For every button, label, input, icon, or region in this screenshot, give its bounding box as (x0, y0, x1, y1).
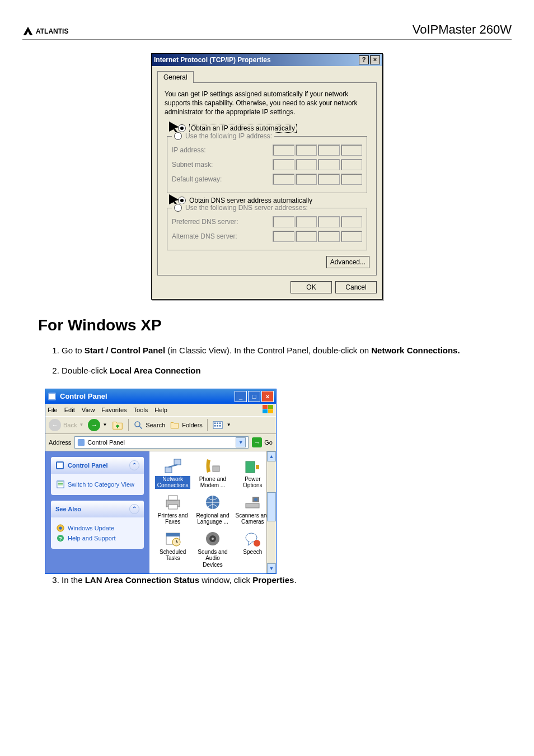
sidebar-help-support[interactable]: ?Help and Support (57, 534, 138, 542)
sidebar-heading: See Also (55, 506, 81, 512)
svg-rect-29 (168, 496, 177, 500)
icon-scheduled-tasks[interactable]: Scheduled Tasks (154, 529, 191, 570)
svg-rect-3 (268, 405, 273, 409)
svg-rect-5 (268, 409, 273, 413)
cancel-button[interactable]: Cancel (335, 281, 377, 293)
address-dropdown-icon[interactable]: ▼ (236, 437, 246, 447)
scheduled-icon (164, 530, 182, 548)
window-title: Control Panel (60, 392, 107, 400)
dialog-titlebar: Internet Protocol (TCP/IP) Properties ? … (152, 54, 382, 66)
svg-point-6 (135, 422, 140, 427)
views-button[interactable]: ▼ (212, 420, 231, 430)
scroll-down-icon[interactable]: ▼ (267, 563, 276, 573)
svg-rect-4 (263, 409, 268, 413)
svg-rect-10 (217, 422, 218, 424)
icon-sounds-audio[interactable]: Sounds and Audio Devices (194, 529, 231, 570)
default-gateway-field (273, 174, 362, 185)
search-button[interactable]: Search (133, 420, 165, 430)
menu-help[interactable]: Help (154, 407, 167, 413)
toolbar: ←Back▼ →▼ Search Folders ▼ (45, 416, 276, 434)
radio-use-ip-manual[interactable]: Use the following IP address: (185, 132, 272, 140)
tcpip-properties-dialog: Internet Protocol (TCP/IP) Properties ? … (151, 53, 383, 300)
step-3: In the LAN Area Connection Status window… (62, 574, 512, 587)
arrow-logo-icon (22, 26, 34, 37)
forward-arrow-icon: → (88, 419, 100, 431)
svg-rect-26 (246, 461, 255, 473)
back-button[interactable]: ←Back▼ (49, 419, 83, 431)
menu-bar: File Edit View Favorites Tools Help (45, 404, 276, 416)
icon-phone-modem[interactable]: Phone and Modem ... (194, 456, 231, 490)
icon-printers-faxes[interactable]: Printers and Faxes (154, 492, 191, 526)
scroll-up-icon[interactable]: ▲ (267, 451, 276, 461)
radio-obtain-ip-auto[interactable]: Obtain an IP address automatically (178, 124, 369, 133)
window-titlebar: Control Panel _ □ × (45, 389, 276, 404)
collapse-icon[interactable]: ⌃ (129, 504, 139, 514)
svg-line-7 (140, 426, 143, 429)
svg-rect-9 (214, 422, 216, 424)
sidebar-box-see-also: See Also ⌃ Windows Update ?Help and Supp… (51, 501, 144, 549)
icon-power-options[interactable]: Power Options (234, 456, 271, 490)
switch-view-icon (57, 480, 64, 488)
address-field[interactable]: Control Panel ▼ (74, 436, 249, 449)
icon-regional-language[interactable]: Regional and Language ... (194, 492, 231, 526)
svg-text:?: ? (59, 535, 62, 541)
sidebar-heading: Control Panel (68, 462, 108, 469)
close-button[interactable]: × (370, 55, 380, 64)
collapse-icon[interactable]: ⌃ (129, 460, 139, 470)
control-panel-window: Control Panel _ □ × File Edit View Favor… (45, 389, 277, 575)
go-arrow-icon: → (252, 437, 262, 447)
step-2: Double-click Local Area Connection (62, 365, 512, 377)
icon-network-connections[interactable]: Network Connections (154, 456, 191, 490)
search-icon (133, 420, 143, 430)
forward-button[interactable]: →▼ (88, 419, 107, 431)
minimize-button[interactable]: _ (235, 391, 247, 402)
maximize-button[interactable]: □ (248, 391, 260, 402)
panel-description: You can get IP settings assigned automat… (165, 90, 369, 117)
windows-flag-icon (263, 405, 274, 415)
scroll-thumb[interactable] (267, 492, 276, 521)
icon-speech[interactable]: Speech (234, 529, 271, 570)
icon-scanners-cameras[interactable]: Scanners and Cameras (234, 492, 271, 526)
advanced-button[interactable]: Advanced... (326, 256, 369, 268)
svg-rect-15 (78, 438, 85, 445)
menu-favorites[interactable]: Favorites (101, 407, 127, 413)
svg-point-40 (212, 538, 214, 540)
radio-obtain-dns-auto[interactable]: Obtain DNS server address automatically (178, 197, 369, 204)
preferred-dns-label: Preferred DNS server: (172, 218, 273, 226)
speaker-icon (204, 530, 222, 548)
go-button[interactable]: →Go (252, 437, 273, 447)
subnet-mask-field (273, 159, 362, 170)
default-gateway-label: Default gateway: (172, 175, 273, 183)
close-button[interactable]: × (261, 391, 274, 402)
help-icon: ? (57, 534, 64, 542)
svg-rect-32 (246, 503, 259, 508)
svg-rect-14 (219, 425, 221, 427)
svg-rect-25 (213, 466, 219, 472)
section-heading: For Windows XP (38, 316, 512, 334)
control-panel-icon (48, 392, 57, 401)
svg-rect-23 (165, 467, 172, 473)
phone-icon (204, 457, 222, 475)
radio-label: Obtain DNS server address automatically (189, 197, 312, 204)
help-button[interactable]: ? (359, 55, 369, 64)
svg-rect-27 (256, 465, 259, 469)
menu-tools[interactable]: Tools (134, 407, 148, 413)
subnet-mask-label: Subnet mask: (172, 161, 273, 169)
sidebar-switch-view[interactable]: Switch to Category View (57, 480, 138, 488)
scrollbar[interactable]: ▲ ▼ (266, 451, 276, 574)
tab-general[interactable]: General (157, 71, 194, 83)
product-title: VoIPMaster 260W (413, 22, 512, 37)
ok-button[interactable]: OK (291, 281, 332, 293)
menu-file[interactable]: File (48, 407, 58, 413)
menu-edit[interactable]: Edit (64, 407, 75, 413)
up-button[interactable] (111, 419, 124, 431)
radio-use-dns-manual[interactable]: Use the following DNS server addresses: (185, 204, 308, 212)
camera-icon (243, 493, 261, 511)
speech-icon (243, 530, 261, 548)
sidebar-windows-update[interactable]: Windows Update (57, 524, 138, 532)
menu-view[interactable]: View (82, 407, 95, 413)
brand-text: ATLANTIS (36, 27, 68, 35)
folders-button[interactable]: Folders (170, 420, 203, 430)
general-panel: You can get IP settings assigned automat… (157, 82, 377, 276)
network-icon (164, 457, 182, 475)
